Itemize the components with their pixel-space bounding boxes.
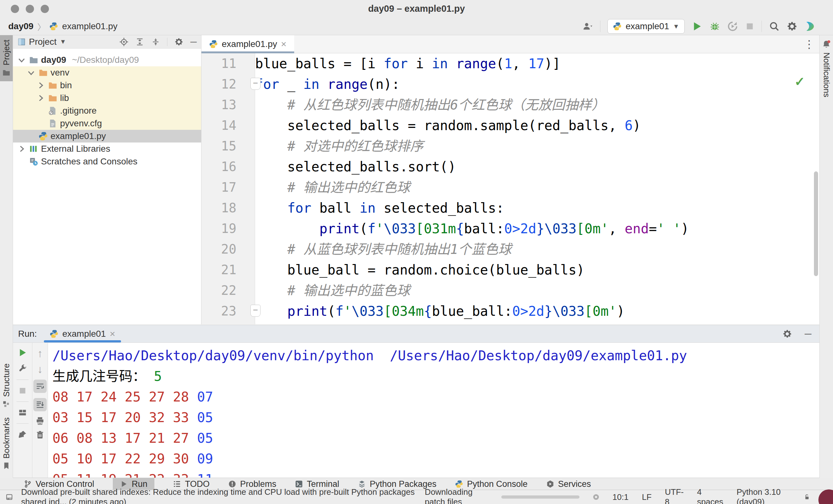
tool-tab-project[interactable]: Project — [0, 35, 13, 81]
inspections-ok-check-icon[interactable]: ✓ — [794, 74, 805, 89]
user-account-icon[interactable] — [582, 21, 593, 32]
down-stacktrace-icon[interactable]: ↓ — [38, 364, 43, 375]
status-message[interactable]: Download pre-built shared indexes: Reduc… — [21, 487, 425, 504]
stop-process-button[interactable] — [18, 386, 27, 395]
editor-scrollbar[interactable] — [814, 171, 818, 276]
chevron-down-icon[interactable]: ▼ — [60, 38, 66, 45]
print-icon[interactable] — [35, 417, 45, 425]
line-number-11[interactable]: 11 — [201, 53, 255, 74]
run-with-coverage-icon[interactable] — [727, 21, 738, 32]
up-stacktrace-icon[interactable]: ↑ — [38, 348, 43, 359]
rerun-button[interactable] — [18, 348, 27, 357]
folder-gray-icon — [29, 55, 39, 65]
tree-item-example01-py[interactable]: example01.py — [13, 130, 201, 143]
code-line-12[interactable]: for _ in range(n): — [255, 74, 820, 95]
line-ending[interactable]: LF — [642, 492, 651, 502]
file-encoding[interactable]: UTF-8 — [665, 487, 684, 504]
code-line-20[interactable]: # 从蓝色球列表中随机抽出1个蓝色球 — [255, 239, 820, 260]
indent-setting[interactable]: 4 spaces — [697, 487, 723, 504]
chevron-right-icon[interactable] — [36, 81, 45, 90]
pycharm-window: day09 – example01.py day09 〉 example01.p… — [0, 0, 833, 504]
scroll-to-end-toggle[interactable] — [33, 398, 47, 411]
hide-run-panel-icon[interactable]: ─ — [805, 329, 811, 338]
code-line-18[interactable]: for ball in selected_balls: — [255, 198, 820, 218]
tree-item-venv[interactable]: venv — [13, 66, 201, 79]
editor-tab-example01[interactable]: example01.py × — [201, 35, 294, 53]
code-line-19[interactable]: print(f'\033[031m{ball:0>2d}\033[0m', en… — [255, 218, 820, 239]
line-number-18[interactable]: 18 — [201, 198, 255, 218]
select-opened-file-icon[interactable] — [119, 37, 128, 46]
code-line-11[interactable]: blue_balls = [i for i in range(1, 17)] — [255, 53, 820, 74]
chevron-right-icon[interactable] — [36, 93, 45, 103]
code-line-22[interactable]: # 输出选中的蓝色球 — [255, 280, 820, 301]
line-number-17[interactable]: 17 — [201, 177, 255, 198]
close-run-tab-icon[interactable]: × — [110, 328, 115, 339]
colorful-play-icon[interactable] — [804, 21, 815, 32]
run-options-gear-icon[interactable] — [783, 329, 792, 338]
code-line-16[interactable]: selected_balls.sort() — [255, 156, 820, 177]
file-ignored-icon — [48, 106, 57, 116]
stop-button[interactable] — [745, 22, 755, 31]
hide-panel-icon[interactable]: ─ — [190, 37, 197, 46]
tree-item--gitignore[interactable]: .gitignore — [13, 104, 201, 117]
line-number-12[interactable]: 12− — [201, 74, 255, 95]
close-tab-icon[interactable]: × — [281, 39, 287, 50]
caret-position[interactable]: 10:1 — [613, 492, 629, 502]
line-number-15[interactable]: 15 — [201, 136, 255, 156]
expand-all-icon[interactable] — [135, 37, 144, 46]
clear-console-icon[interactable] — [35, 430, 45, 439]
editor-gutter: 1112−1314151617181920212223− — [201, 53, 255, 324]
line-number-23[interactable]: 23− — [201, 301, 255, 322]
breadcrumb-project[interactable]: day09 — [8, 21, 33, 31]
line-number-19[interactable]: 19 — [201, 218, 255, 239]
line-number-22[interactable]: 22 — [201, 280, 255, 301]
tool-tab-notifications[interactable]: Notifications — [820, 35, 833, 102]
pin-tab-icon[interactable] — [18, 430, 27, 439]
tree-item-bin[interactable]: bin — [13, 79, 201, 92]
search-everywhere-icon[interactable] — [769, 21, 780, 32]
chevron-down-icon[interactable] — [17, 55, 26, 65]
console-line-6: 05 10 17 22 29 30 09 — [52, 449, 820, 469]
code-line-13[interactable]: # 从红色球列表中随机抽出6个红色球（无放回抽样） — [255, 95, 820, 115]
breadcrumb-file[interactable]: example01.py — [62, 21, 117, 31]
tree-item-external-libraries[interactable]: External Libraries — [13, 143, 201, 155]
tool-tab-structure[interactable]: Structure — [0, 359, 13, 413]
tool-tab-bookmarks[interactable]: Bookmarks — [0, 413, 13, 475]
lock-open-icon[interactable] — [804, 493, 810, 501]
tree-item-day09[interactable]: day09~/Desktop/day09 — [13, 54, 201, 66]
run-button[interactable] — [692, 21, 703, 32]
tree-item-lib[interactable]: lib — [13, 92, 201, 104]
chevron-down-icon[interactable] — [26, 68, 36, 77]
line-number-16[interactable]: 16 — [201, 156, 255, 177]
line-number-20[interactable]: 20 — [201, 239, 255, 260]
code-line-15[interactable]: # 对选中的红色球排序 — [255, 136, 820, 156]
code-line-21[interactable]: blue_ball = random.choice(blue_balls) — [255, 260, 820, 280]
line-number-14[interactable]: 14 — [201, 115, 255, 136]
code-line-23[interactable]: print(f'\033[034m{blue_ball:0>2d}\033[0m… — [255, 301, 820, 322]
chevron-right-icon[interactable] — [17, 144, 26, 154]
soft-wrap-toggle[interactable] — [33, 380, 47, 393]
restore-layout-icon[interactable] — [18, 408, 27, 417]
cancel-progress-icon[interactable] — [593, 493, 599, 501]
line-number-21[interactable]: 21 — [201, 260, 255, 280]
code-line-14[interactable]: selected_balls = random.sample(red_balls… — [255, 115, 820, 136]
code-editor[interactable]: 1112−1314151617181920212223− blue_balls … — [201, 53, 820, 324]
fold-marker-icon[interactable]: − — [251, 78, 261, 90]
run-console-output[interactable]: /Users/Hao/Desktop/day09/venv/bin/python… — [48, 343, 820, 478]
settings-gear-icon[interactable] — [787, 21, 798, 32]
tree-item-pyvenv-cfg[interactable]: pyvenv.cfg — [13, 117, 201, 130]
collapse-all-icon[interactable] — [151, 37, 160, 46]
line-number-13[interactable]: 13 — [201, 95, 255, 115]
run-settings-wrench-icon[interactable] — [18, 364, 27, 373]
python-interpreter[interactable]: Python 3.10 (day09) — [736, 487, 790, 504]
run-tab-example01[interactable]: example01 × — [44, 325, 121, 343]
code-line-17[interactable]: # 输出选中的红色球 — [255, 177, 820, 198]
debug-button[interactable] — [709, 21, 720, 32]
panel-options-gear-icon[interactable] — [174, 37, 183, 46]
project-panel-title[interactable]: Project — [29, 37, 56, 47]
kebab-menu-icon[interactable]: ⋮ — [804, 38, 820, 50]
run-configuration-select[interactable]: example01 ▼ — [608, 19, 685, 34]
tree-item-scratches-and-consoles[interactable]: Scratches and Consoles — [13, 155, 201, 168]
dock-window-icon[interactable] — [6, 493, 13, 501]
fold-marker-icon[interactable]: − — [251, 305, 261, 317]
